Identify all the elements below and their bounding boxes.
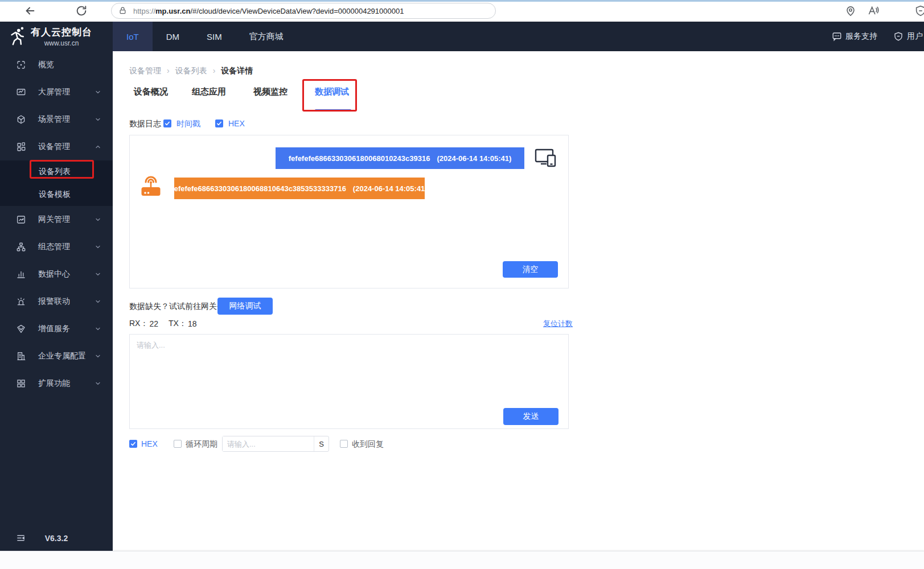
main-content: 设备管理 › 设备列表 › 设备详情 设备概况 组态应用 视频监控 数据调试 数… xyxy=(113,51,924,551)
url-domain: mp.usr.cn xyxy=(155,7,190,15)
cycle-period-checkbox[interactable] xyxy=(174,440,182,448)
app-header: 有人云控制台 www.usr.cn IoT DM SIM 官方商城 服务支持 用… xyxy=(0,22,924,51)
refresh-icon[interactable] xyxy=(75,5,88,17)
top-nav-store[interactable]: 官方商城 xyxy=(236,22,297,51)
sidebar-item-device-list[interactable]: 设备列表 xyxy=(0,160,113,183)
collapse-sidebar-icon[interactable] xyxy=(16,533,26,543)
sidebar-item-data-center[interactable]: 数据中心 xyxy=(0,261,113,288)
rx-label: RX： xyxy=(129,319,148,329)
url-text: https://mp.usr.cn/#/cloud/device/ViewDev… xyxy=(133,7,404,15)
timestamp-checkbox[interactable] xyxy=(163,119,171,127)
sidebar-item-config-mgmt[interactable]: 组态管理 xyxy=(0,233,113,261)
device-message-time: (2024-06-14 14:05:41) xyxy=(353,184,428,193)
sidebar-item-gateway-mgmt[interactable]: 网关管理 xyxy=(0,206,113,233)
building-icon xyxy=(16,351,26,361)
shield-icon xyxy=(893,31,904,42)
sidebar-item-screen-mgmt[interactable]: 大屏管理 xyxy=(0,79,113,106)
logo-text: 有人云控制台 www.usr.cn xyxy=(31,26,92,47)
read-aloud-icon[interactable] xyxy=(867,5,880,17)
top-nav-sim[interactable]: SIM xyxy=(193,22,236,51)
hex-send-checkbox-label[interactable]: HEX xyxy=(141,436,158,452)
hex-send-checkbox[interactable] xyxy=(129,440,137,448)
user-link[interactable]: 用户 xyxy=(893,31,923,42)
chevron-up-icon xyxy=(95,143,101,150)
sidebar-item-alarm-linkage[interactable]: 报警联动 xyxy=(0,288,113,315)
sidebar-item-device-template[interactable]: 设备模板 xyxy=(0,183,113,206)
browser-chrome: https://mp.usr.cn/#/cloud/device/ViewDev… xyxy=(0,0,924,22)
active-tab-underline xyxy=(315,109,351,111)
chevron-down-icon xyxy=(95,298,101,305)
logo[interactable]: 有人云控制台 www.usr.cn xyxy=(0,22,113,51)
sidebar-item-label: 企业专属配置 xyxy=(38,351,86,361)
org-chart-icon xyxy=(16,242,26,252)
sidebar-item-device-mgmt[interactable]: 设备管理 xyxy=(0,133,113,160)
back-icon[interactable] xyxy=(24,5,36,17)
sidebar-item-enterprise-config[interactable]: 企业专属配置 xyxy=(0,343,113,370)
sidebar-item-label: 组态管理 xyxy=(38,242,70,252)
chevron-down-icon xyxy=(95,244,101,250)
device-router-icon xyxy=(140,174,162,200)
sidebar-item-extensions[interactable]: 扩展功能 xyxy=(0,370,113,397)
sidebar-item-label: 设备管理 xyxy=(38,142,70,152)
data-log-options: 数据日志： 时间戳 HEX xyxy=(113,118,924,130)
window-top-edge xyxy=(0,0,924,2)
header-right: 服务支持 用户 xyxy=(832,22,924,51)
cycle-period-checkbox-label[interactable]: 循环周期 xyxy=(186,436,217,452)
sidebar-item-scene-mgmt[interactable]: 场景管理 xyxy=(0,106,113,133)
sidebar-item-label: 增值服务 xyxy=(38,324,70,334)
device-mgmt-submenu: 设备列表 设备模板 xyxy=(0,160,113,206)
platform-message-hex: fefefefe6866330306180068010243c39316 xyxy=(289,154,430,163)
reply-received-checkbox[interactable] xyxy=(340,440,348,448)
logo-subtitle: www.usr.cn xyxy=(31,39,92,47)
rx-tx-counters: RX： 22 TX： 18 xyxy=(129,318,197,330)
address-bar[interactable]: https://mp.usr.cn/#/cloud/device/ViewDev… xyxy=(111,3,496,19)
chevron-down-icon xyxy=(95,89,101,96)
alarm-siren-icon xyxy=(16,296,26,307)
reply-received-checkbox-label[interactable]: 收到回复 xyxy=(352,436,384,452)
hex-log-checkbox[interactable] xyxy=(215,119,223,127)
device-message-bubble: fefefefe6866330306180068810643c385353333… xyxy=(174,178,425,199)
cycle-period-input-group: S xyxy=(222,436,329,452)
service-support-link[interactable]: 服务支持 xyxy=(832,31,877,42)
tab-device-overview[interactable]: 设备概况 xyxy=(134,86,168,97)
breadcrumb-device-mgmt[interactable]: 设备管理 xyxy=(129,66,161,76)
top-nav-iot[interactable]: IoT xyxy=(113,22,153,51)
reset-counter-link[interactable]: 复位计数 xyxy=(543,319,573,329)
cycle-period-input[interactable] xyxy=(223,436,314,451)
top-nav-dm[interactable]: DM xyxy=(153,22,193,51)
sidebar-item-value-added[interactable]: 增值服务 xyxy=(0,315,113,343)
tab-data-debug[interactable]: 数据调试 xyxy=(315,86,349,97)
chevron-down-icon xyxy=(95,216,101,223)
url-scheme: https:// xyxy=(133,7,155,15)
tab-config-app[interactable]: 组态应用 xyxy=(192,86,226,97)
platform-message-time: (2024-06-14 14:05:41) xyxy=(437,154,511,163)
send-input[interactable] xyxy=(130,335,568,428)
network-debug-button[interactable]: 网络调试 xyxy=(217,298,273,315)
top-nav: IoT DM SIM 官方商城 xyxy=(113,22,297,51)
sidebar-item-overview[interactable]: 概览 xyxy=(0,51,113,79)
tab-video-monitor[interactable]: 视频监控 xyxy=(253,86,288,97)
chat-icon xyxy=(832,31,842,42)
grid-icon xyxy=(16,378,26,389)
url-path: /#/cloud/device/ViewDeviceDataView?devid… xyxy=(190,7,404,15)
device-message-hex: fefefefe6866330306180068810643c385353333… xyxy=(171,184,346,193)
hex-log-checkbox-label[interactable]: HEX xyxy=(228,119,245,128)
sidebar-item-label: 网关管理 xyxy=(38,215,70,225)
timestamp-checkbox-label[interactable]: 时间戳 xyxy=(176,119,200,129)
tx-value: 18 xyxy=(188,319,197,328)
breadcrumb-separator: › xyxy=(213,66,216,76)
sidebar-item-label: 报警联动 xyxy=(38,296,70,307)
sidebar-item-label: 扩展功能 xyxy=(38,378,70,389)
chevron-down-icon xyxy=(95,380,101,387)
cycle-period-unit: S xyxy=(314,436,328,451)
gateway-icon xyxy=(16,215,26,225)
send-button[interactable]: 发送 xyxy=(503,408,558,425)
sidebar-footer: V6.3.2 xyxy=(0,530,113,546)
sidebar-item-label: 场景管理 xyxy=(38,114,70,125)
breadcrumb-device-list[interactable]: 设备列表 xyxy=(175,66,207,76)
big-screen-icon xyxy=(16,87,26,97)
tx-label: TX： xyxy=(169,319,187,329)
clear-button[interactable]: 清空 xyxy=(503,261,558,278)
browser-profile-icon[interactable] xyxy=(914,5,924,17)
location-pin-icon[interactable] xyxy=(844,5,857,17)
